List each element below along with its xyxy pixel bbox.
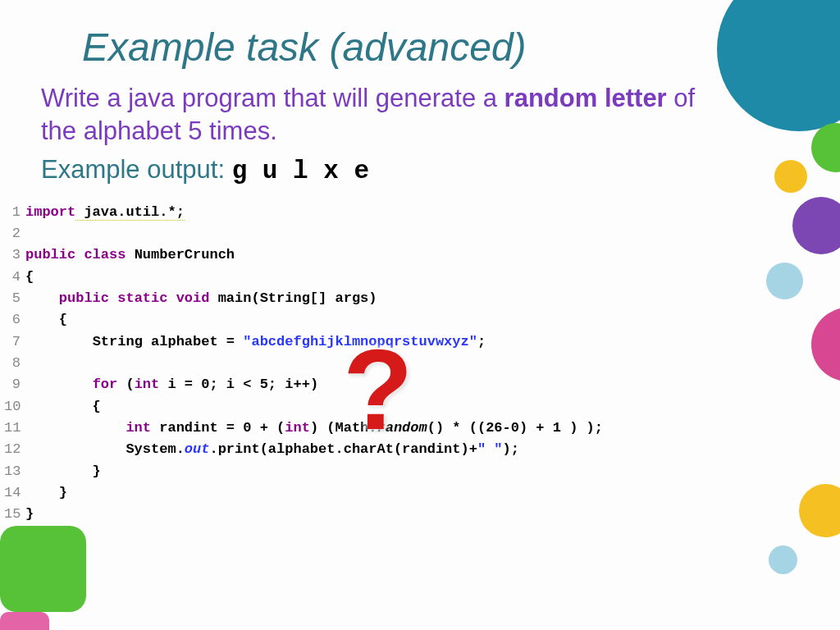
line-number: 2 [4, 223, 25, 244]
code-text: ; [477, 334, 486, 349]
decorative-shape [0, 526, 86, 612]
line-number: 7 [4, 331, 25, 353]
code-text: System. [126, 441, 184, 457]
line-number: 13 [4, 461, 25, 482]
line-number: 5 [4, 288, 25, 309]
decorative-circle [766, 262, 803, 299]
code-text: { [25, 309, 67, 331]
code-text [25, 420, 126, 436]
code-text: () * ((26-0) + 1 ) ); [427, 420, 603, 436]
slide-title: Example task (advanced) [0, 0, 840, 78]
keyword: public static void [59, 290, 210, 306]
code-text [25, 377, 93, 392]
line-number: 9 [4, 374, 25, 395]
code-text: ); [503, 441, 519, 457]
classname: NumberCrunch [135, 247, 235, 262]
code-text: } [25, 461, 101, 482]
keyword: for [93, 377, 118, 392]
field: out [185, 441, 210, 457]
line-number: 6 [4, 309, 25, 331]
code-text: String alphabet = [93, 334, 244, 349]
code-text: randint = 0 + ( [151, 420, 285, 436]
example-output: Example output: g u l x e [0, 148, 840, 185]
keyword: int [135, 377, 160, 392]
line-number: 11 [4, 418, 25, 439]
prompt-pre: Write a java program that will generate … [41, 84, 504, 112]
code-text: } [25, 504, 34, 525]
code-text [25, 441, 126, 457]
code-block: 1import java.util.*; 2 3public class Num… [0, 202, 840, 526]
code-text: } [25, 482, 67, 504]
keyword: public class [25, 247, 135, 262]
line-number: 8 [4, 353, 25, 374]
code-text: ( [117, 377, 134, 392]
code-text: i = 0; i < 5; i++) [159, 377, 318, 392]
keyword: int [285, 420, 310, 436]
line-number: 14 [4, 482, 25, 504]
prompt-bold: random letter [504, 84, 667, 112]
line-number: 1 [4, 202, 25, 223]
decorative-circle [799, 484, 840, 537]
output-label: Example output: [41, 155, 232, 184]
decorative-shape [0, 612, 49, 630]
output-value: g u l x e [232, 157, 369, 185]
decorative-circle [769, 546, 797, 574]
decorative-circle [774, 160, 807, 193]
code-text [25, 290, 59, 306]
line-number: 15 [4, 504, 25, 525]
task-prompt: Write a java program that will generate … [0, 78, 840, 148]
keyword: import [25, 204, 75, 220]
code-text: { [25, 396, 101, 418]
line-number: 12 [4, 439, 25, 460]
string-literal: " " [477, 441, 503, 457]
code-text: { [25, 267, 34, 288]
code-text [25, 334, 93, 349]
line-number: 3 [4, 244, 25, 266]
line-number: 4 [4, 267, 25, 288]
keyword: int [126, 420, 151, 436]
code-text: java.util.*; [75, 204, 185, 221]
code-text: main(String[] args) [209, 290, 377, 306]
line-number: 10 [4, 396, 25, 418]
question-mark-icon: ? [343, 332, 413, 447]
